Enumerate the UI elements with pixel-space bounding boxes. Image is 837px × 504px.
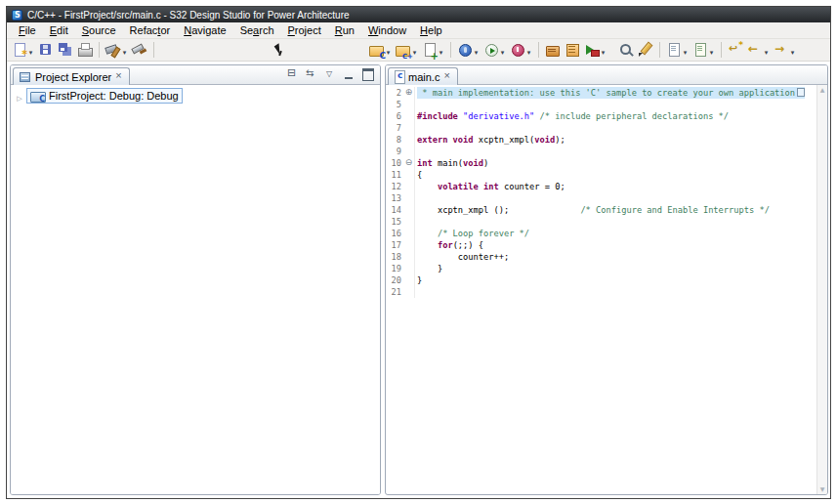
- code-line-12[interactable]: 12 volatile int counter = 0;: [386, 181, 816, 192]
- code-line-7[interactable]: 7: [386, 122, 816, 134]
- page2-icon: [692, 42, 708, 58]
- minimize-icon[interactable]: [342, 67, 356, 81]
- link-with-editor-icon[interactable]: [305, 67, 319, 81]
- build-project-button[interactable]: [131, 40, 148, 61]
- print-button[interactable]: [76, 40, 94, 61]
- dropdown-arrow-icon[interactable]: [708, 41, 715, 59]
- code-line-16[interactable]: 16 /* Loop forever */: [386, 228, 816, 239]
- dropdown-arrow-icon[interactable]: [27, 41, 34, 59]
- pointer-button[interactable]: [271, 40, 288, 61]
- scroll-up-icon[interactable]: [820, 87, 825, 93]
- editor-panel: main.c 2⊕ * main implementation: use thi…: [385, 64, 828, 495]
- dropdown-arrow-icon[interactable]: [499, 41, 506, 59]
- search-button[interactable]: [617, 40, 635, 61]
- dropdown-arrow-icon[interactable]: [763, 41, 770, 59]
- code-area[interactable]: 2⊕ * main implementation: use this 'C' s…: [386, 85, 816, 494]
- dropdown-arrow-icon[interactable]: [438, 41, 444, 59]
- menu-run[interactable]: Run: [328, 23, 361, 37]
- fold-expand-icon[interactable]: ⊕: [403, 87, 415, 99]
- code-line-14[interactable]: 14 xcptn_xmpl (); /* Configure and Enabl…: [386, 204, 816, 216]
- folded-region-indicator[interactable]: [797, 88, 805, 97]
- code-line-9[interactable]: 9: [386, 146, 816, 157]
- app-logo-icon: [12, 10, 22, 21]
- code-line-19[interactable]: 19 }: [386, 263, 816, 274]
- code-line-20[interactable]: 20}: [386, 274, 816, 286]
- code-line-11[interactable]: 11{: [386, 169, 816, 181]
- expand-arrow-icon[interactable]: [15, 87, 24, 105]
- dropdown-arrow-icon[interactable]: [525, 41, 532, 59]
- code-line-13[interactable]: 13: [386, 192, 816, 204]
- menu-project[interactable]: Project: [281, 23, 328, 37]
- code-text: {: [417, 169, 422, 181]
- code-line-17[interactable]: 17 for(;;) {: [386, 239, 816, 251]
- last-edit-location-button[interactable]: [727, 40, 744, 61]
- tab-project-explorer[interactable]: Project Explorer: [13, 67, 130, 85]
- project-explorer-body[interactable]: FirstProject: Debug: Debug: [11, 85, 380, 494]
- debug-icon: [457, 42, 473, 58]
- fold-column: [403, 110, 415, 122]
- dropdown-arrow-icon[interactable]: [600, 41, 607, 59]
- save-all-button[interactable]: [57, 40, 74, 61]
- debug-button[interactable]: [456, 40, 481, 61]
- external-tools-button[interactable]: [583, 40, 607, 61]
- menu-file[interactable]: File: [12, 23, 43, 37]
- tab-main-c[interactable]: main.c: [388, 67, 458, 85]
- forward-button[interactable]: [773, 40, 797, 61]
- new-c-project-button[interactable]: [368, 40, 393, 61]
- code-line-10[interactable]: 10⊖int main(void): [386, 157, 816, 169]
- code-line-21[interactable]: 21: [386, 286, 816, 298]
- menu-refactor[interactable]: Refactor: [123, 23, 178, 37]
- tree-item-project[interactable]: FirstProject: Debug: Debug: [11, 87, 380, 104]
- menu-help[interactable]: Help: [413, 23, 449, 37]
- menu-source[interactable]: Source: [75, 23, 123, 37]
- code-line-18[interactable]: 18 counter++;: [386, 251, 816, 263]
- new-button[interactable]: [11, 40, 35, 61]
- close-tab-icon[interactable]: [115, 72, 124, 82]
- fold-column: [403, 134, 415, 146]
- new-cpp-project-button[interactable]: [395, 40, 419, 61]
- flash-programmer-button[interactable]: [544, 40, 562, 61]
- save-button[interactable]: [37, 40, 55, 61]
- code-line-8[interactable]: 8extern void xcptn_xmpl(void);: [386, 134, 816, 146]
- code-text: * main implementation: use this 'C' samp…: [417, 87, 805, 99]
- dropdown-arrow-icon[interactable]: [473, 41, 480, 59]
- code-line-15[interactable]: 15: [386, 216, 816, 228]
- mark-occurrences-button[interactable]: [637, 40, 654, 61]
- maximize-icon[interactable]: [360, 67, 375, 81]
- dropdown-arrow-icon[interactable]: [385, 41, 392, 59]
- fold-column: [403, 228, 415, 239]
- close-tab-icon[interactable]: [443, 72, 452, 82]
- build-all-button[interactable]: [105, 40, 129, 61]
- menu-navigate[interactable]: Navigate: [177, 23, 232, 37]
- new-source-file-button[interactable]: [421, 40, 445, 61]
- menu-edit[interactable]: Edit: [43, 23, 75, 37]
- code-line-2[interactable]: 2⊕ * main implementation: use this 'C' s…: [386, 87, 816, 99]
- line-number: 20: [386, 274, 403, 286]
- dropdown-arrow-icon[interactable]: [682, 41, 689, 59]
- page-icon: [666, 42, 682, 58]
- code-line-6[interactable]: 6#include "derivative.h" /* include peri…: [386, 110, 816, 122]
- menu-window[interactable]: Window: [361, 23, 413, 37]
- ext-tools-icon: [584, 42, 600, 58]
- new-icon: [12, 42, 27, 58]
- project-explorer-tabbar: Project Explorer: [11, 65, 380, 85]
- scroll-down-icon[interactable]: [820, 486, 825, 492]
- fold-collapse-icon[interactable]: ⊖: [403, 157, 415, 169]
- back-button[interactable]: [746, 40, 771, 61]
- collapse-all-icon[interactable]: [286, 67, 301, 81]
- tree-item-selected[interactable]: FirstProject: Debug: Debug: [26, 88, 183, 104]
- menu-search[interactable]: Search: [233, 23, 281, 37]
- open-element-button[interactable]: [691, 40, 716, 61]
- dropdown-arrow-icon[interactable]: [789, 41, 796, 59]
- line-number: 2: [386, 87, 403, 99]
- code-line-5[interactable]: 5: [386, 99, 816, 110]
- toggle-source-header-button[interactable]: [665, 40, 690, 61]
- profile-button[interactable]: [509, 40, 533, 61]
- titlebar[interactable]: C/C++ - FirstProject/src/main.c - S32 De…: [7, 7, 830, 22]
- view-menu-icon[interactable]: [323, 67, 338, 81]
- editor-scrollbar[interactable]: [816, 85, 827, 494]
- run-button[interactable]: [482, 40, 507, 61]
- dropdown-arrow-icon[interactable]: [121, 41, 128, 59]
- fold-column: [403, 146, 415, 157]
- peripheral-registers-button[interactable]: [564, 40, 581, 61]
